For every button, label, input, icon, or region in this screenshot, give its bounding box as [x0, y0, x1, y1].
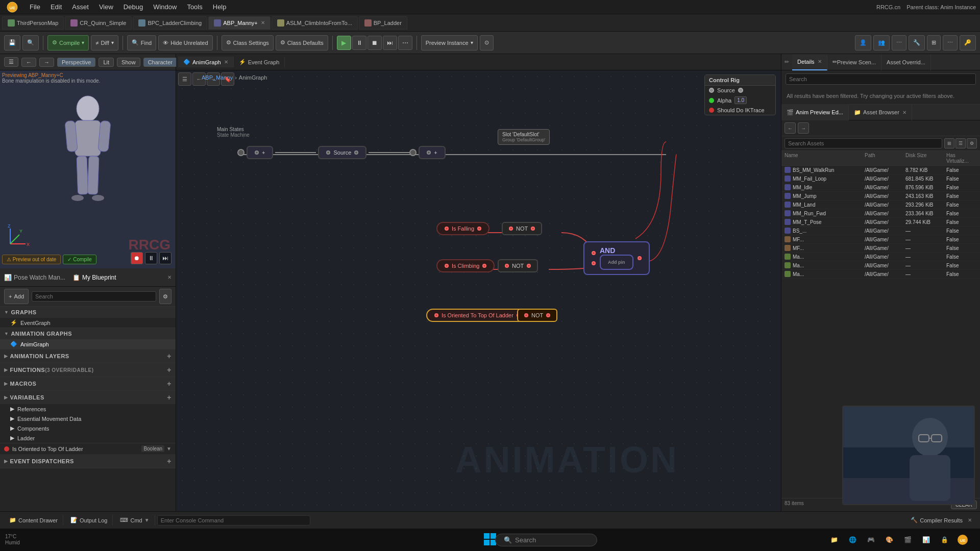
graph-canvas[interactable]: ☰ ← → 🔖 ABP_Manny › AnimGraph Zoom 1:1 M… [176, 70, 781, 511]
tab-close[interactable]: ✕ [261, 20, 265, 26]
tab-thirdpersonmap[interactable]: ThirdPersonMap [2, 16, 64, 30]
ab-close[interactable]: ✕ [902, 110, 906, 115]
source-node[interactable]: + [247, 146, 273, 159]
event-graph-tab[interactable]: ⚡ Event Graph [234, 57, 285, 67]
preview-scene-tab[interactable]: ✏ Preview Scen... [827, 54, 881, 70]
compiler-results-close[interactable]: ✕ [968, 517, 972, 523]
ab-row[interactable]: MM_Run_Fwd /All/Game/ 233.364 KiB False [781, 209, 980, 218]
preview-extra-btn[interactable]: ⊙ [480, 35, 494, 51]
class-defaults-btn[interactable]: ⚙ Class Defaults [276, 35, 328, 51]
menu-debug[interactable]: Debug [118, 1, 148, 13]
menu-window[interactable]: Window [148, 1, 182, 13]
lit-btn[interactable]: Lit [99, 58, 114, 67]
viewport-back-btn[interactable]: ← [21, 58, 36, 67]
anim-layers-header[interactable]: ▶ ANIMATION LAYERS + [0, 349, 176, 363]
details-tab[interactable]: Details ✕ [792, 54, 827, 70]
toolbar-icon-3[interactable]: ⋯ [892, 35, 906, 51]
ab-row[interactable]: MM_Fail_Loop /All/Game/ 681.845 KiB Fals… [781, 174, 980, 183]
details-icon[interactable]: ✏ [781, 57, 792, 67]
cmd-tab[interactable]: ⌨ Cmd ▼ [115, 515, 155, 525]
preview-outdated-btn[interactable]: ⚠ Preview out of date [2, 255, 61, 264]
menu-view[interactable]: View [94, 1, 118, 13]
menu-edit[interactable]: Edit [45, 1, 67, 13]
menu-file[interactable]: File [24, 1, 45, 13]
show-btn[interactable]: Show [117, 58, 140, 67]
tab-aslm[interactable]: ASLM_ClimbIntoFromTo... [272, 16, 358, 30]
compiler-results-tab[interactable]: 🔨 Compiler Results ✕ [906, 517, 976, 523]
functions-header[interactable]: ▶ FUNCTIONS (3 OVERRIDABLE) + [0, 363, 176, 377]
menu-asset[interactable]: Asset [67, 1, 94, 13]
menu-tools[interactable]: Tools [182, 1, 207, 13]
ab-row[interactable]: Ma... /All/Game/ — False [781, 270, 980, 279]
and-node[interactable]: AND Add pin [583, 241, 650, 275]
ab-row[interactable]: MF... /All/Game/ — False [781, 235, 980, 244]
console-input[interactable] [157, 515, 310, 525]
play-btn[interactable]: ▶ [337, 36, 351, 50]
not-node-3[interactable]: NOT [517, 309, 557, 322]
ab-forward[interactable]: → [798, 122, 809, 134]
toolbar-icon-6[interactable]: ⋯ [943, 35, 958, 51]
components-item[interactable]: ▶ Components [0, 423, 176, 433]
ab-row[interactable]: MM_T_Pose /All/Game/ 29.744 KiB False [781, 218, 980, 227]
variables-header[interactable]: ▶ VARIABLES + [0, 391, 176, 404]
anim-graphs-header[interactable]: ▼ ANIMATION GRAPHS [0, 328, 176, 339]
graphs-header[interactable]: ▼ GRAPHS [0, 307, 176, 318]
essential-movement-item[interactable]: ▶ Essential Movement Data [0, 414, 176, 423]
ab-row[interactable]: MM_Idle /All/Game/ 876.596 KiB False [781, 183, 980, 192]
viewport-menu-btn[interactable]: ☰ [4, 57, 18, 67]
sidebar-close[interactable]: ✕ [167, 274, 172, 280]
my-blueprint-tab[interactable]: 📋 My Blueprint [72, 274, 116, 281]
more-btn[interactable]: ⋯ [398, 36, 412, 50]
slot-dropdown[interactable]: Slot 'DefaultSlot' Group 'DefaultGroup' [498, 129, 550, 145]
compile-btn[interactable]: ⚙ Compile ▾ [47, 35, 89, 51]
not-node-1[interactable]: NOT [502, 222, 542, 235]
toolbar-icon-7[interactable]: 🔑 [960, 35, 976, 51]
find-btn[interactable]: 🔍 Find [127, 35, 156, 51]
functions-add[interactable]: + [167, 366, 172, 374]
taskbar-icon-5[interactable]: 🎬 [900, 533, 915, 547]
event-dispatchers-header[interactable]: ▶ EVENT DISPATCHERS + [0, 455, 176, 468]
source-node-3[interactable]: + [419, 146, 445, 159]
anim-graph-tab[interactable]: 🔷 AnimGraph ✕ [178, 57, 234, 67]
macros-header[interactable]: ▶ MACROS + [0, 377, 176, 390]
taskbar-icon-ue[interactable]: UE [955, 533, 970, 547]
tab-crquinn[interactable]: CR_Quinn_Simple [65, 16, 132, 30]
details-search-input[interactable] [786, 73, 976, 85]
anim-layers-add[interactable]: + [167, 352, 172, 360]
pose-watch-tab[interactable]: 📊 Pose Watch Man... [4, 274, 65, 281]
var-expand[interactable]: ▼ [166, 446, 172, 452]
taskbar-icon-2[interactable]: 🌐 [845, 533, 860, 547]
viewport-forward-btn[interactable]: → [39, 58, 54, 67]
ab-row[interactable]: BS_MM_WalkRun /All/Game/ 8.782 KiB False [781, 166, 980, 174]
save-btn[interactable]: 💾 [4, 35, 20, 51]
toolbar-icon-5[interactable]: ⊞ [927, 35, 941, 51]
stop-btn[interactable]: ⏹ [368, 36, 382, 50]
is-climbing-node[interactable]: Is Climbing [436, 259, 495, 272]
toolbar-icon-1[interactable]: 👤 [855, 35, 871, 51]
taskbar-icon-6[interactable]: 📊 [919, 533, 933, 547]
toolbar-icon-2[interactable]: 👥 [873, 35, 890, 51]
ab-row[interactable]: Ma... /All/Game/ — False [781, 261, 980, 270]
step-btn[interactable]: ⏭ [383, 36, 397, 50]
vc-next[interactable]: ⏭ [159, 252, 172, 264]
details-close[interactable]: ✕ [818, 59, 822, 64]
menu-help[interactable]: Help [208, 1, 232, 13]
variables-add[interactable]: + [167, 393, 172, 402]
vc-pause[interactable]: ⏸ [145, 252, 157, 264]
content-drawer-tab[interactable]: 📁 Content Drawer [4, 515, 63, 525]
ab-row[interactable]: Ma... /All/Game/ — False [781, 253, 980, 261]
preview-instance-btn[interactable]: Preview Instance ▾ [421, 35, 478, 51]
anim-preview-tab[interactable]: 🎬 Anim Preview Ed... [781, 104, 849, 120]
ab-search-input[interactable] [785, 138, 942, 148]
anim-graph-close[interactable]: ✕ [224, 59, 228, 65]
class-settings-btn[interactable]: ⚙ Class Settings [222, 35, 274, 51]
ab-back[interactable]: ← [785, 122, 796, 134]
source-node-2[interactable]: Source [318, 146, 366, 159]
event-dispatchers-add[interactable]: + [167, 457, 172, 465]
output-log-tab[interactable]: 📝 Output Log [65, 515, 113, 525]
tab-bpladder[interactable]: BP_Ladder [359, 16, 407, 30]
sidebar-search-input[interactable] [32, 291, 156, 302]
references-item[interactable]: ▶ References [0, 404, 176, 414]
taskbar-search[interactable]: 🔍 Search [495, 534, 597, 546]
tab-abpmanny[interactable]: ABP_Manny+ ✕ [208, 16, 271, 30]
